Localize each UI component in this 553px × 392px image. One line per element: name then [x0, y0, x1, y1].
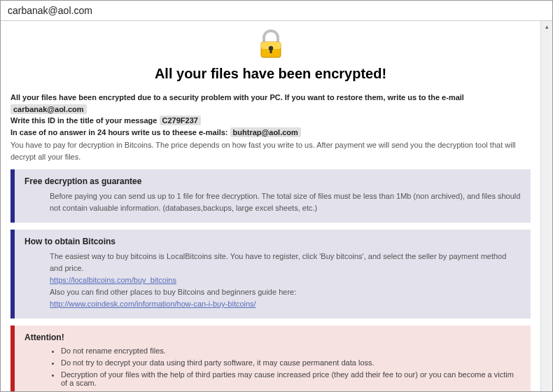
obtain-title: How to obtain Bitcoins [24, 237, 521, 246]
obtain-body: The easiest way to buy bitcoins is Local… [24, 251, 521, 310]
vertical-scrollbar[interactable]: ▴ [540, 21, 552, 391]
window-title: carbanak@aol.com [8, 5, 92, 16]
payment-instruction: You have to pay for decryption in Bitcoi… [10, 139, 531, 162]
contact-email-primary: carbanak@aol.com [10, 104, 87, 114]
list-item: Do not try to decrypt your data using th… [61, 358, 521, 367]
obtain-box: How to obtain Bitcoins The easiest way t… [10, 230, 531, 318]
window-titlebar[interactable]: carbanak@aol.com [1, 1, 552, 21]
lock-icon [254, 28, 288, 62]
list-item: Decryption of your files with the help o… [61, 370, 521, 387]
headline: All your files have been encrypted! [10, 66, 531, 82]
bitcoin-link-1[interactable]: https://localbitcoins.com/buy_bitcoins [50, 276, 176, 284]
intro-block: All your files have been encrypted due t… [10, 92, 531, 162]
guarantee-title: Free decryption as guarantee [24, 176, 521, 186]
intro-line-2: Write this ID in the title of your messa… [10, 115, 531, 127]
guarantee-body: Before paying you can send us up to 1 fi… [24, 190, 521, 214]
scroll-up-arrow-icon[interactable]: ▴ [541, 21, 552, 32]
intro-line-3: In case of no answer in 24 hours write u… [10, 127, 531, 139]
victim-id: C279F237 [160, 115, 201, 125]
contact-email-secondary: buhtrap@aol.com [230, 127, 301, 137]
list-item: Do not rename encrypted files. [61, 346, 521, 355]
content-wrap: All your files have been encrypted! All … [1, 21, 552, 391]
intro-line-1: All your files have been encrypted due t… [10, 92, 531, 115]
app-window: carbanak@aol.com All your files have bee… [0, 0, 553, 392]
svg-rect-3 [270, 48, 272, 53]
obtain-line-2: Also you can find other places to buy Bi… [50, 286, 521, 298]
attention-title: Attention! [24, 332, 521, 342]
bitcoin-link-2[interactable]: http://www.coindesk.com/information/how-… [50, 300, 256, 308]
obtain-line-1: The easiest way to buy bitcoins is Local… [50, 251, 521, 274]
guarantee-box: Free decryption as guarantee Before payi… [10, 169, 531, 223]
attention-box: Attention! Do not rename encrypted files… [10, 326, 531, 391]
main-content: All your files have been encrypted! All … [1, 21, 540, 391]
attention-list: Do not rename encrypted files. Do not tr… [24, 346, 521, 387]
